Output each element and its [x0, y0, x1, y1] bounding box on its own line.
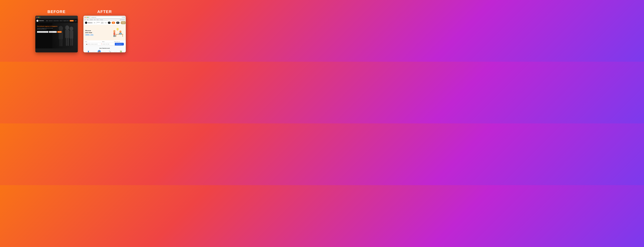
before-search-input[interactable]: [37, 31, 48, 33]
signup-button[interactable]: Sign Up: [112, 22, 115, 24]
after-nav-jobs[interactable]: Jobs: [94, 22, 96, 23]
after-browser: 🔒 talentvis.com + Apps Blogs Inspiration…: [84, 16, 126, 52]
bookmark-apps[interactable]: Apps: [84, 19, 86, 20]
search-what-input[interactable]: [88, 44, 99, 44]
step-connector-2: [103, 51, 106, 52]
after-nav-links: Jobs Services ▾ Career Advice Class EN ▾…: [94, 21, 126, 24]
before-navbar: T Talentvis Jobs Services ▾ Career Advic…: [35, 19, 78, 23]
after-search-section: What Where Search jobs now 💼 📍 Search jo…: [84, 40, 126, 46]
svg-rect-16: [122, 35, 123, 37]
briefcase-icon: 💼: [86, 44, 87, 45]
after-maximize-dot[interactable]: [88, 17, 88, 18]
address-bar[interactable]: 🔒 talentvis.com: [90, 16, 122, 18]
label-search-btn: Search jobs now: [114, 41, 124, 42]
before-hero: Recruitment Agency in Singapore Search j…: [35, 23, 78, 48]
label-what: What: [85, 41, 102, 42]
after-search-bar: 💼 📍 Search jobs 🔍: [85, 43, 124, 46]
after-logo-icon: T: [85, 22, 87, 24]
before-hero-content: Recruitment Agency in Singapore Search j…: [37, 25, 62, 33]
svg-rect-19: [114, 35, 114, 37]
search-jobs-button[interactable]: Search jobs 🔍: [115, 43, 124, 45]
nav-career[interactable]: Career Advice: [54, 20, 59, 21]
before-nav-links: Jobs Services ▾ Career Advice About ▾ En…: [46, 20, 76, 21]
before-label: BEFORE: [48, 9, 66, 14]
how-steps: 👤 Create account Aliquam facilisis digni…: [85, 50, 124, 52]
search-where-input[interactable]: [102, 44, 114, 44]
hero-title: Recruitment Agency in Singapore: [37, 25, 62, 27]
before-topbar: [35, 16, 78, 19]
after-hero-title: Discover more than 50000+ Jobs: [85, 29, 111, 35]
nav-jobs[interactable]: Jobs: [46, 20, 48, 21]
svg-rect-20: [115, 35, 115, 37]
location-icon: 📍: [101, 44, 102, 45]
before-search-bar: Singapore ▾ Search: [37, 31, 62, 33]
how-title: How Talentvis work: [85, 48, 124, 49]
bookmark-other[interactable]: Other Bookmarks: [120, 19, 125, 20]
close-dot[interactable]: [36, 17, 37, 18]
main-container: BEFORE T Talentvis Jobs Services ▾: [0, 0, 161, 62]
step-apply-job: ✅ Apply job Curabitur sit amet maximus l…: [118, 50, 124, 52]
register-button[interactable]: Register: [70, 20, 74, 21]
step-find-job: 🔍 Find suitable job Phasellus sit amet m…: [107, 50, 113, 52]
after-minimize-dot[interactable]: [86, 17, 87, 18]
logo-icon: T: [36, 20, 38, 22]
hero-title-highlight: Singapore: [51, 25, 58, 27]
step-1-icon: 👤: [87, 50, 90, 52]
after-logo-text: Talentvis: [88, 22, 92, 23]
step-upload-cv: 📤 Upload CV/Resume Curabitur sit amet ma…: [96, 50, 102, 52]
svg-rect-13: [117, 30, 118, 31]
how-section: How Talentvis work 👤 Create account Aliq…: [84, 46, 126, 52]
svg-rect-15: [116, 35, 116, 37]
after-navbar: T Talentvis Jobs Services ▾ Career Advic…: [84, 21, 126, 25]
before-logo: T Talentvis: [36, 20, 44, 22]
hero-subtitle: Search jobs in Singapore and find your n…: [37, 28, 54, 30]
after-nav-services[interactable]: Services ▾: [96, 22, 100, 23]
search-labels: What Where Search jobs now: [85, 41, 124, 42]
nav-services[interactable]: Services ▾: [49, 20, 53, 21]
location-select[interactable]: Singapore ▾: [49, 31, 57, 33]
hero-title-plain: Recruitment Agency in: [37, 25, 51, 27]
search-where: 📍: [100, 43, 115, 45]
step-connector-3: [114, 51, 117, 52]
nav-about[interactable]: About ▾: [60, 20, 62, 21]
after-nav-class[interactable]: Class: [104, 22, 107, 23]
step-2-icon: 📤: [98, 50, 101, 52]
before-panel: BEFORE T Talentvis Jobs Services ▾: [35, 9, 78, 52]
language-button[interactable]: EN ▾: [108, 22, 110, 24]
nav-lang[interactable]: English (US) ▾: [63, 20, 69, 21]
before-browser: T Talentvis Jobs Services ▾ Career Advic…: [35, 16, 78, 52]
after-nav-career[interactable]: Career Advice: [101, 22, 104, 23]
after-hero-highlight: 50000+ Jobs: [85, 34, 94, 35]
after-close-dot[interactable]: [85, 17, 86, 18]
hero-svg: [111, 26, 124, 39]
after-logo: T Talentvis: [85, 22, 92, 24]
search-btn-icon: 🔍: [122, 44, 122, 45]
new-tab-icon[interactable]: +: [124, 17, 124, 18]
minimize-dot[interactable]: [38, 17, 39, 18]
bookmark-inspirations[interactable]: Inspirations: [90, 19, 93, 20]
maximize-dot[interactable]: [39, 17, 40, 18]
search-what: 💼: [86, 43, 100, 45]
hero-illustration: [111, 26, 124, 39]
signin-button[interactable]: Sign In: [116, 22, 120, 24]
svg-point-17: [113, 30, 115, 32]
bookmark-work[interactable]: Work: [94, 19, 96, 20]
step-create-account: 👤 Create account Aliquam facilisis digni…: [85, 50, 92, 52]
before-search-button[interactable]: Search: [57, 31, 62, 33]
label-where: Where: [102, 41, 114, 42]
bookmark-us-guides[interactable]: US Guides: [100, 19, 103, 20]
bookmark-blogs[interactable]: Blogs: [87, 19, 88, 20]
svg-rect-18: [114, 32, 115, 35]
after-topbar: 🔒 talentvis.com +: [84, 16, 126, 19]
step-4-icon: ✅: [119, 50, 122, 52]
bookmark-movies[interactable]: Movies: [97, 19, 99, 20]
login-link[interactable]: Login: [74, 20, 76, 21]
for-company-button[interactable]: For Company ▾: [120, 21, 126, 24]
after-hero-text: Discover more than 50000+ Jobs: [85, 29, 111, 35]
step-connector-1: [92, 51, 95, 52]
bookmarks-bar: Apps Blogs Inspirations Work Movies US G…: [84, 19, 126, 21]
after-hero: Discover more than 50000+ Jobs: [84, 25, 126, 40]
svg-point-12: [116, 28, 119, 30]
svg-point-21: [120, 30, 122, 33]
after-panel: AFTER 🔒 talentvis.com + Apps Blogs Inspi…: [84, 9, 126, 52]
